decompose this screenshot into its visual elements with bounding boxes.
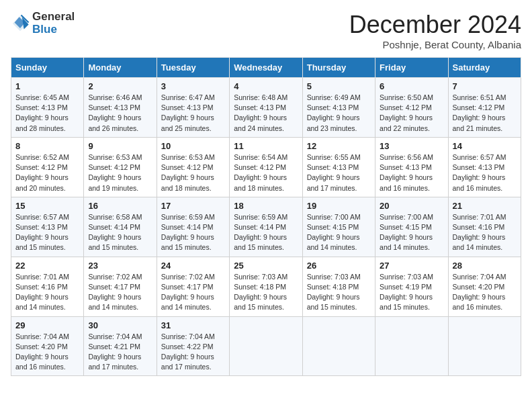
day-number: 3 bbox=[161, 81, 225, 91]
day-number: 6 bbox=[380, 81, 443, 91]
day-number: 1 bbox=[15, 81, 79, 91]
day-number: 19 bbox=[307, 201, 371, 211]
day-number: 4 bbox=[234, 81, 298, 91]
cell-info: Sunrise: 6:49 AM Sunset: 4:13 PM Dayligh… bbox=[307, 93, 371, 134]
day-number: 13 bbox=[380, 141, 443, 151]
page-header: General Blue December 2024 Poshnje, Bera… bbox=[11, 11, 521, 50]
calendar-cell: 16 Sunrise: 6:58 AM Sunset: 4:14 PM Dayl… bbox=[84, 197, 157, 257]
calendar-cell: 17 Sunrise: 6:59 AM Sunset: 4:14 PM Dayl… bbox=[157, 197, 229, 257]
logo-blue: Blue bbox=[32, 24, 75, 36]
cell-info: Sunrise: 6:57 AM Sunset: 4:13 PM Dayligh… bbox=[15, 212, 79, 253]
cell-info: Sunrise: 6:50 AM Sunset: 4:12 PM Dayligh… bbox=[380, 93, 443, 134]
header-friday: Friday bbox=[375, 58, 448, 78]
header-monday: Monday bbox=[84, 58, 157, 78]
calendar-cell: 18 Sunrise: 6:59 AM Sunset: 4:14 PM Dayl… bbox=[230, 197, 302, 257]
calendar-cell: 21 Sunrise: 7:01 AM Sunset: 4:16 PM Dayl… bbox=[448, 197, 521, 257]
cell-info: Sunrise: 6:53 AM Sunset: 4:12 PM Dayligh… bbox=[88, 152, 152, 193]
day-number: 23 bbox=[88, 261, 152, 271]
cell-info: Sunrise: 7:03 AM Sunset: 4:19 PM Dayligh… bbox=[380, 272, 443, 313]
cell-info: Sunrise: 7:02 AM Sunset: 4:17 PM Dayligh… bbox=[88, 272, 152, 313]
cell-info: Sunrise: 6:56 AM Sunset: 4:13 PM Dayligh… bbox=[380, 152, 443, 193]
day-number: 10 bbox=[161, 141, 225, 151]
calendar-week-row: 15 Sunrise: 6:57 AM Sunset: 4:13 PM Dayl… bbox=[11, 197, 521, 257]
title-area: December 2024 Poshnje, Berat County, Alb… bbox=[349, 11, 521, 50]
cell-info: Sunrise: 6:59 AM Sunset: 4:14 PM Dayligh… bbox=[234, 212, 298, 253]
logo: General Blue bbox=[11, 11, 75, 36]
logo-icon bbox=[11, 14, 30, 33]
calendar-week-row: 8 Sunrise: 6:52 AM Sunset: 4:12 PM Dayli… bbox=[11, 137, 521, 197]
cell-info: Sunrise: 6:47 AM Sunset: 4:13 PM Dayligh… bbox=[161, 93, 225, 134]
header-tuesday: Tuesday bbox=[157, 58, 229, 78]
day-number: 21 bbox=[453, 201, 517, 211]
calendar-cell: 29 Sunrise: 7:04 AM Sunset: 4:20 PM Dayl… bbox=[11, 316, 84, 376]
calendar-table: Sunday Monday Tuesday Wednesday Thursday… bbox=[11, 57, 521, 376]
calendar-cell: 22 Sunrise: 7:01 AM Sunset: 4:16 PM Dayl… bbox=[11, 257, 84, 316]
day-number: 24 bbox=[161, 261, 225, 271]
calendar-cell bbox=[302, 316, 375, 376]
cell-info: Sunrise: 7:00 AM Sunset: 4:15 PM Dayligh… bbox=[380, 212, 443, 253]
cell-info: Sunrise: 6:53 AM Sunset: 4:12 PM Dayligh… bbox=[161, 152, 225, 193]
day-number: 27 bbox=[380, 261, 443, 271]
calendar-cell: 15 Sunrise: 6:57 AM Sunset: 4:13 PM Dayl… bbox=[11, 197, 84, 257]
day-number: 28 bbox=[453, 261, 517, 271]
calendar-cell: 2 Sunrise: 6:46 AM Sunset: 4:13 PM Dayli… bbox=[84, 78, 157, 138]
calendar-cell: 5 Sunrise: 6:49 AM Sunset: 4:13 PM Dayli… bbox=[302, 78, 375, 138]
logo-general: General bbox=[32, 11, 75, 24]
day-number: 5 bbox=[307, 81, 371, 91]
day-number: 26 bbox=[307, 261, 371, 271]
day-number: 18 bbox=[234, 201, 298, 211]
cell-info: Sunrise: 7:01 AM Sunset: 4:16 PM Dayligh… bbox=[15, 272, 79, 313]
calendar-cell: 4 Sunrise: 6:48 AM Sunset: 4:13 PM Dayli… bbox=[230, 78, 302, 138]
header-saturday: Saturday bbox=[448, 58, 521, 78]
cell-info: Sunrise: 7:04 AM Sunset: 4:20 PM Dayligh… bbox=[15, 332, 79, 373]
calendar-cell: 11 Sunrise: 6:54 AM Sunset: 4:12 PM Dayl… bbox=[230, 137, 302, 197]
day-number: 9 bbox=[88, 141, 152, 151]
cell-info: Sunrise: 6:59 AM Sunset: 4:14 PM Dayligh… bbox=[161, 212, 225, 253]
calendar-week-row: 29 Sunrise: 7:04 AM Sunset: 4:20 PM Dayl… bbox=[11, 316, 521, 376]
day-number: 30 bbox=[88, 320, 152, 330]
cell-info: Sunrise: 6:46 AM Sunset: 4:13 PM Dayligh… bbox=[88, 93, 152, 134]
calendar-cell: 23 Sunrise: 7:02 AM Sunset: 4:17 PM Dayl… bbox=[84, 257, 157, 316]
day-number: 29 bbox=[15, 320, 79, 330]
cell-info: Sunrise: 6:52 AM Sunset: 4:12 PM Dayligh… bbox=[15, 152, 79, 193]
cell-info: Sunrise: 7:02 AM Sunset: 4:17 PM Dayligh… bbox=[161, 272, 225, 313]
calendar-cell: 9 Sunrise: 6:53 AM Sunset: 4:12 PM Dayli… bbox=[84, 137, 157, 197]
calendar-cell: 8 Sunrise: 6:52 AM Sunset: 4:12 PM Dayli… bbox=[11, 137, 84, 197]
day-number: 17 bbox=[161, 201, 225, 211]
calendar-cell: 19 Sunrise: 7:00 AM Sunset: 4:15 PM Dayl… bbox=[302, 197, 375, 257]
cell-info: Sunrise: 7:03 AM Sunset: 4:18 PM Dayligh… bbox=[307, 272, 371, 313]
cell-info: Sunrise: 6:55 AM Sunset: 4:13 PM Dayligh… bbox=[307, 152, 371, 193]
calendar-cell: 28 Sunrise: 7:04 AM Sunset: 4:20 PM Dayl… bbox=[448, 257, 521, 316]
cell-info: Sunrise: 7:04 AM Sunset: 4:21 PM Dayligh… bbox=[88, 332, 152, 373]
cell-info: Sunrise: 6:58 AM Sunset: 4:14 PM Dayligh… bbox=[88, 212, 152, 253]
cell-info: Sunrise: 6:51 AM Sunset: 4:12 PM Dayligh… bbox=[453, 93, 517, 134]
cell-info: Sunrise: 6:45 AM Sunset: 4:13 PM Dayligh… bbox=[15, 93, 79, 134]
day-number: 2 bbox=[88, 81, 152, 91]
cell-info: Sunrise: 6:48 AM Sunset: 4:13 PM Dayligh… bbox=[234, 93, 298, 134]
header-thursday: Thursday bbox=[302, 58, 375, 78]
day-number: 11 bbox=[234, 141, 298, 151]
calendar-cell bbox=[230, 316, 302, 376]
calendar-cell: 26 Sunrise: 7:03 AM Sunset: 4:18 PM Dayl… bbox=[302, 257, 375, 316]
calendar-cell bbox=[448, 316, 521, 376]
day-number: 16 bbox=[88, 201, 152, 211]
calendar-cell: 31 Sunrise: 7:04 AM Sunset: 4:22 PM Dayl… bbox=[157, 316, 229, 376]
cell-info: Sunrise: 7:00 AM Sunset: 4:15 PM Dayligh… bbox=[307, 212, 371, 253]
calendar-cell: 13 Sunrise: 6:56 AM Sunset: 4:13 PM Dayl… bbox=[375, 137, 448, 197]
location-subtitle: Poshnje, Berat County, Albania bbox=[349, 39, 521, 50]
cell-info: Sunrise: 7:04 AM Sunset: 4:22 PM Dayligh… bbox=[161, 332, 225, 373]
calendar-cell: 10 Sunrise: 6:53 AM Sunset: 4:12 PM Dayl… bbox=[157, 137, 229, 197]
calendar-cell: 3 Sunrise: 6:47 AM Sunset: 4:13 PM Dayli… bbox=[157, 78, 229, 138]
calendar-cell: 1 Sunrise: 6:45 AM Sunset: 4:13 PM Dayli… bbox=[11, 78, 84, 138]
header-sunday: Sunday bbox=[11, 58, 84, 78]
day-number: 7 bbox=[453, 81, 517, 91]
cell-info: Sunrise: 7:03 AM Sunset: 4:18 PM Dayligh… bbox=[234, 272, 298, 313]
day-number: 22 bbox=[15, 261, 79, 271]
day-number: 25 bbox=[234, 261, 298, 271]
cell-info: Sunrise: 6:57 AM Sunset: 4:13 PM Dayligh… bbox=[453, 152, 517, 193]
calendar-cell: 25 Sunrise: 7:03 AM Sunset: 4:18 PM Dayl… bbox=[230, 257, 302, 316]
cell-info: Sunrise: 7:01 AM Sunset: 4:16 PM Dayligh… bbox=[453, 212, 517, 253]
calendar-cell: 30 Sunrise: 7:04 AM Sunset: 4:21 PM Dayl… bbox=[84, 316, 157, 376]
calendar-cell: 27 Sunrise: 7:03 AM Sunset: 4:19 PM Dayl… bbox=[375, 257, 448, 316]
day-number: 20 bbox=[380, 201, 443, 211]
